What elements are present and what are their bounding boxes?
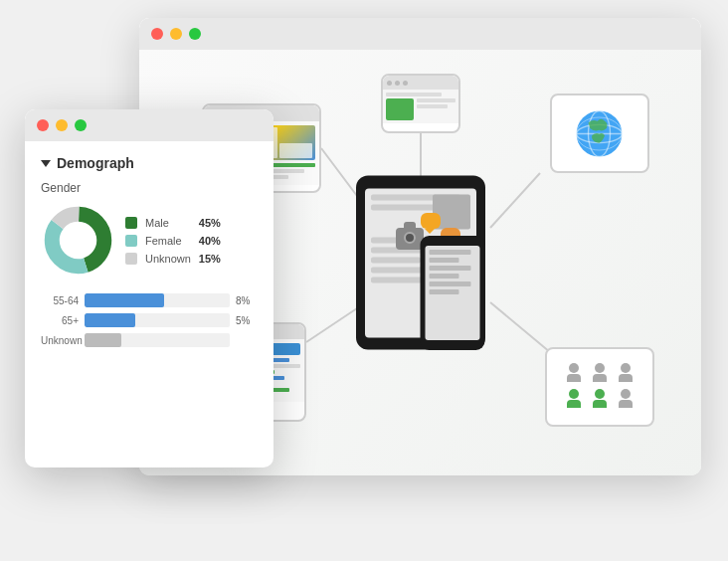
person-body <box>619 374 633 382</box>
person-icon-6 <box>615 389 637 411</box>
bar-row-55-64: 55-64 8% <box>41 293 258 307</box>
person-head <box>595 389 605 399</box>
front-content: Demograph Gender <box>25 141 273 468</box>
bar-label-unknown: Unknown <box>41 335 79 346</box>
legend-color-female <box>125 235 137 247</box>
mini-dot-3 <box>403 81 408 86</box>
legend-label-unknown: Unknown <box>145 253 191 265</box>
mini-dot-1 <box>387 81 392 86</box>
bar-label-55-64: 55-64 <box>41 295 79 306</box>
person-icon-2 <box>589 363 611 385</box>
top-browser-content <box>383 90 458 123</box>
person-icon-4 <box>563 389 585 411</box>
svg-line-4 <box>490 302 550 352</box>
phone-line <box>429 266 470 271</box>
person-body <box>567 374 581 382</box>
globe-icon <box>572 106 627 161</box>
minimize-dot[interactable] <box>170 28 182 40</box>
legend-value-unknown: 15% <box>199 253 221 265</box>
bar-label-65plus: 65+ <box>41 315 79 326</box>
person-head <box>569 389 579 399</box>
person-body <box>567 400 581 408</box>
bar-fill-65plus <box>85 313 135 327</box>
legend-value-female: 40% <box>199 235 221 247</box>
bar-track-65plus <box>85 313 230 327</box>
phone-line <box>429 289 459 294</box>
chart-area: Male 45% Female 40% Unknown 15% <box>41 203 258 278</box>
phone <box>420 236 484 350</box>
camera-lens <box>404 232 416 244</box>
tablet-line <box>371 204 441 210</box>
person-head <box>569 363 579 373</box>
top-browser-bar <box>383 76 458 90</box>
legend-item-male: Male 45% <box>125 217 221 229</box>
content-row <box>386 93 442 96</box>
top-browser-box <box>381 74 460 133</box>
section-title: Demograph <box>57 155 134 171</box>
phone-line <box>429 274 459 279</box>
bar-pct-55-64: 8% <box>236 295 258 306</box>
phone-line <box>429 258 459 263</box>
people-grid <box>555 363 644 411</box>
bar-row-unknown: Unknown <box>41 333 258 347</box>
maximize-dot[interactable] <box>75 119 87 131</box>
legend-item-female: Female 40% <box>125 235 221 247</box>
bar-track-unknown <box>85 333 230 347</box>
close-dot[interactable] <box>37 119 49 131</box>
bar-pct-65plus: 5% <box>236 315 258 326</box>
green-block <box>386 98 414 120</box>
person-icon-5 <box>589 389 611 411</box>
bar-section: 55-64 8% 65+ 5% Unknown <box>41 293 258 347</box>
phone-screen <box>425 246 479 340</box>
person-head <box>595 363 605 373</box>
tablet-line <box>371 257 421 263</box>
phone-line <box>429 250 470 255</box>
gender-label: Gender <box>41 181 258 195</box>
content-row <box>417 98 455 102</box>
section-header: Demograph <box>41 155 258 171</box>
minimize-dot[interactable] <box>56 119 68 131</box>
maximize-dot[interactable] <box>189 28 201 40</box>
right-lines <box>417 98 455 120</box>
globe-box <box>550 94 649 173</box>
person-icon-1 <box>563 363 585 385</box>
bar-row-65plus: 65+ 5% <box>41 313 258 327</box>
legend-color-male <box>125 217 137 229</box>
close-dot[interactable] <box>151 28 163 40</box>
front-titlebar <box>25 109 273 141</box>
donut-hole <box>62 224 95 258</box>
legend-label-male: Male <box>145 217 191 229</box>
bar-fill-unknown <box>85 333 121 347</box>
legend: Male 45% Female 40% Unknown 15% <box>125 217 221 265</box>
person-body <box>593 374 607 382</box>
people-box <box>545 347 654 427</box>
mini-dot-2 <box>395 81 400 86</box>
person-head <box>621 363 631 373</box>
legend-item-unknown: Unknown 15% <box>125 253 221 265</box>
bar-fill-55-64 <box>85 293 164 307</box>
content-row <box>417 104 448 108</box>
person-body <box>593 400 607 408</box>
donut-svg <box>41 203 115 278</box>
bar3 <box>279 143 312 159</box>
back-titlebar <box>139 18 701 50</box>
legend-color-unknown <box>125 253 137 265</box>
person-head <box>621 389 631 399</box>
front-window: Demograph Gender <box>25 109 273 468</box>
person-body <box>619 400 633 408</box>
chevron-icon <box>41 160 51 167</box>
phone-line <box>429 281 470 286</box>
donut-chart <box>41 203 115 278</box>
person-icon-3 <box>615 363 637 385</box>
legend-value-male: 45% <box>199 217 221 229</box>
svg-line-3 <box>490 173 540 228</box>
chat-bubble-1 <box>421 213 441 229</box>
legend-label-female: Female <box>145 235 191 247</box>
bar-track-55-64 <box>85 293 230 307</box>
